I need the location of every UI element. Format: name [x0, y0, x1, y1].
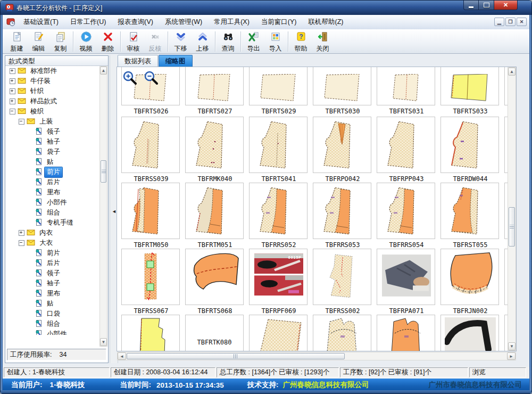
toolbar-button-video[interactable]: 视频 — [75, 30, 97, 53]
tree-node-后片[interactable]: 后片 — [5, 258, 99, 268]
grid-cell[interactable] — [377, 315, 435, 351]
grid-cell-TBFRJN002[interactable] — [440, 249, 499, 305]
toolbar-button-move-down[interactable]: 下移 — [170, 30, 192, 53]
mdi-minimize-button[interactable]: ▁ — [494, 18, 504, 26]
collapse-icon[interactable] — [10, 109, 15, 114]
tree-node-袖子[interactable]: 袖子 — [5, 137, 99, 147]
tree-node-组合[interactable]: 组合 — [5, 319, 99, 329]
grid-cell-TBFRRS053[interactable] — [313, 183, 371, 239]
tree-node-贴[interactable]: 贴 — [5, 299, 99, 309]
scroll-down-arrow[interactable]: ▼ — [508, 342, 516, 350]
zoom-out-icon[interactable] — [144, 70, 160, 88]
grid-cell-TBFRTS029[interactable] — [249, 67, 307, 105]
toolbar-button-move-up[interactable]: 上移 — [192, 30, 213, 53]
tree-node-组合[interactable]: 组合 — [5, 208, 99, 218]
grid-cell-TBFRTS041[interactable] — [249, 117, 307, 173]
tree-node-梭织[interactable]: 梭织 — [5, 106, 99, 117]
scroll-left-arrow[interactable]: ◄ — [118, 352, 126, 360]
toolbar-button-help[interactable]: ?帮助 — [290, 30, 312, 53]
toolbar-button-audit-check[interactable]: 审核 — [122, 30, 144, 53]
toolbar-button-import-grid[interactable]: 导入 — [264, 30, 286, 53]
grid-cell-TBFRTM050[interactable] — [121, 183, 180, 239]
tree-node-大衣[interactable]: 大衣 — [5, 238, 99, 248]
expand-icon[interactable] — [10, 98, 15, 104]
tree-node-后片[interactable]: 后片 — [5, 177, 99, 187]
grid-cell-TBFRTS031[interactable] — [377, 67, 435, 105]
expand-icon[interactable] — [10, 68, 15, 74]
grid-cell-TBFRRS052[interactable] — [249, 183, 307, 239]
menu-item-4[interactable]: 系统管理(W) — [159, 15, 208, 29]
tab-data-list[interactable]: 数据列表 — [118, 55, 158, 67]
toolbar-button-copy[interactable]: 复制 — [49, 30, 71, 53]
grid-cell-TBFRTS033[interactable] — [440, 67, 499, 105]
tree-node-针织[interactable]: 针织 — [5, 86, 99, 96]
title-bar[interactable]: 春晓工艺分析软件 - [工序定义] ✕ — [1, 1, 531, 15]
toolbar-button-export-excel[interactable]: 导出 — [243, 30, 264, 53]
menu-item-5[interactable]: 常用工具(X) — [208, 15, 255, 29]
tree-node-袖子[interactable]: 袖子 — [5, 278, 99, 289]
grid-cell-TBFRPP043[interactable] — [377, 117, 435, 173]
tree-node-贴[interactable]: 贴 — [5, 157, 99, 167]
scroll-up-arrow[interactable]: ▲ — [508, 68, 516, 76]
scroll-up-arrow[interactable]: ▲ — [100, 67, 107, 75]
toolbar-button-new-document[interactable]: 新建 — [6, 30, 28, 53]
grid-cell-TBFRPF069[interactable]: 6015P — [249, 249, 307, 305]
grid-cell-TBFRST055[interactable] — [440, 183, 499, 239]
tree-node-小部件[interactable]: 小部件 — [5, 198, 99, 208]
menu-item-1[interactable]: 基础设置(T) — [18, 15, 64, 29]
grid-cell-TBFRRS054[interactable] — [377, 183, 435, 239]
tree-node-前片[interactable]: 前片 — [5, 167, 99, 177]
grid-cell-TBFRDW044[interactable] — [440, 117, 499, 173]
toolbar-button-exit-door[interactable]: 关闭 — [312, 30, 334, 53]
grid-cell-TBFRTS030[interactable] — [313, 67, 371, 105]
tree-node-里布[interactable]: 里布 — [5, 289, 99, 299]
tree-node-里布[interactable]: 里布 — [5, 187, 99, 198]
grid-cell-TBFRSS039[interactable] — [121, 117, 180, 173]
grid-cell-TBFRSS067[interactable] — [121, 249, 180, 305]
tree-node-口袋[interactable]: 口袋 — [5, 309, 99, 319]
zoom-in-icon[interactable] — [122, 70, 138, 88]
collapse-icon[interactable] — [19, 240, 24, 246]
tree-node-袋子[interactable]: 袋子 — [5, 147, 99, 157]
tree-node-标准部件[interactable]: 标准部件 — [5, 66, 99, 76]
tree-node-牛仔装[interactable]: 牛仔装 — [5, 76, 99, 86]
grid-cell[interactable] — [313, 315, 371, 351]
grid-cell-TBFRMK040[interactable] — [185, 117, 244, 173]
window-close-button[interactable]: ✕ — [494, 1, 518, 10]
collapse-icon[interactable] — [19, 119, 24, 125]
grid-cell-TBFRTM051[interactable] — [185, 183, 244, 239]
tree-node-上装[interactable]: 上装 — [5, 117, 99, 127]
tree-node-样品款式[interactable]: 样品款式 — [5, 96, 99, 106]
expand-icon[interactable] — [19, 230, 24, 236]
window-maximize-button[interactable] — [479, 1, 494, 10]
scroll-right-arrow[interactable]: ► — [507, 352, 516, 360]
grid-cell-TBFRPA071[interactable] — [377, 249, 435, 305]
scrollbar-thumb[interactable] — [509, 207, 515, 247]
menu-item-6[interactable]: 当前窗口(Y) — [255, 15, 303, 29]
tree-node-专机手缝[interactable]: 专机手缝 — [5, 218, 99, 228]
scrollbar-thumb[interactable] — [127, 353, 345, 359]
grid-cell[interactable] — [440, 315, 499, 351]
menu-item-7[interactable]: 联机帮助(Z) — [302, 15, 349, 29]
expand-icon[interactable] — [10, 78, 15, 84]
grid-cell[interactable] — [121, 315, 180, 351]
grid-cell-TBFRSS002[interactable] — [313, 249, 371, 305]
toolbar-button-delete[interactable]: 删除 — [97, 30, 119, 53]
menu-item-2[interactable]: 日常工作(U) — [64, 15, 112, 29]
menu-item-3[interactable]: 报表查询(V) — [112, 15, 159, 29]
tab-thumbnail[interactable]: 缩略图 — [159, 55, 193, 67]
scroll-down-arrow[interactable]: ▼ — [100, 338, 107, 346]
mdi-close-button[interactable]: ✕ — [517, 18, 527, 26]
grid-cell-TBFRTS068[interactable] — [185, 249, 244, 305]
expand-icon[interactable] — [10, 88, 15, 94]
toolbar-button-search-binoculars[interactable]: 查询 — [217, 30, 239, 53]
tree-node-前片[interactable]: 前片 — [5, 248, 99, 258]
scrollbar-thumb[interactable] — [101, 160, 106, 183]
toolbar-button-edit[interactable]: 编辑 — [28, 30, 49, 53]
tree-node-小部件[interactable]: 小部件 — [5, 329, 99, 335]
grid-cell-TBFRTK080[interactable]: TBFRTK080 — [185, 315, 244, 351]
grid-cell-TBFRPO042[interactable] — [313, 117, 371, 173]
tree-node-内衣[interactable]: 内衣 — [5, 228, 99, 238]
content-vertical-scrollbar[interactable]: ▲ ▼ — [508, 67, 516, 351]
tree-node-领子[interactable]: 领子 — [5, 127, 99, 137]
